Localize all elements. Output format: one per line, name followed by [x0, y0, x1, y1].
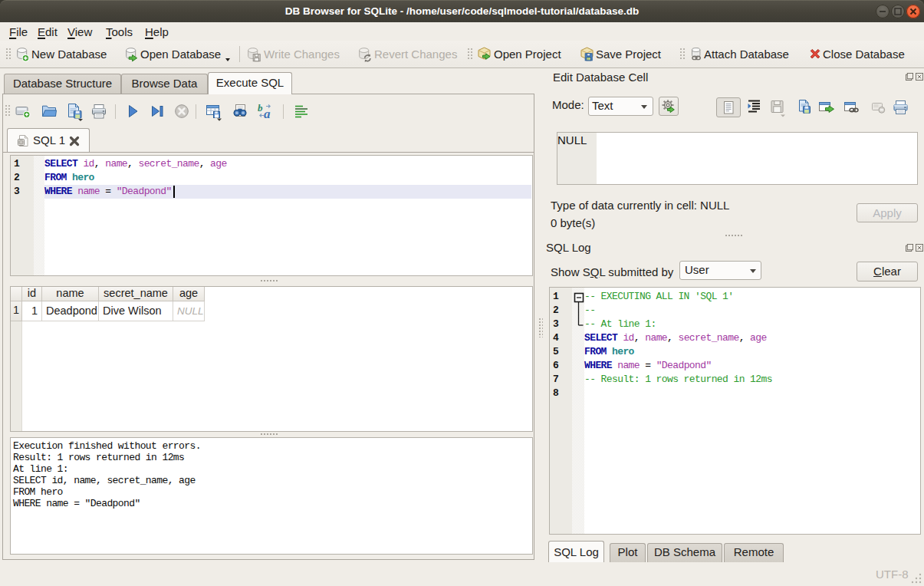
svg-text:a: a [264, 107, 271, 120]
svg-text:b: b [258, 103, 263, 114]
